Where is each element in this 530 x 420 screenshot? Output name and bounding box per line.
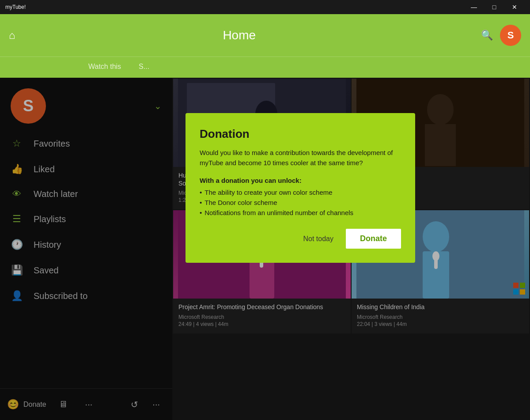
donation-title: Donation bbox=[200, 127, 401, 141]
donation-benefits-title: With a donation you can unlock: bbox=[200, 177, 401, 184]
title-bar: myTube! — □ ✕ bbox=[0, 0, 530, 14]
modal-actions: Not today Donate bbox=[200, 229, 401, 249]
maximize-button[interactable]: □ bbox=[484, 0, 504, 14]
donation-modal: Donation Would you like to make a contri… bbox=[186, 113, 415, 263]
not-today-button[interactable]: Not today bbox=[295, 231, 342, 247]
tab-watch-this[interactable]: Watch this bbox=[88, 63, 121, 72]
app-title: myTube! bbox=[5, 4, 26, 10]
tabs-area: Watch this S... bbox=[0, 57, 530, 78]
window-controls: — □ ✕ bbox=[464, 0, 525, 14]
tab-s[interactable]: S... bbox=[139, 63, 149, 72]
donation-benefit-3: Notifications from an unlimited number o… bbox=[200, 209, 401, 216]
minimize-button[interactable]: — bbox=[464, 0, 484, 14]
header: ⌂ Home 🔍 S bbox=[0, 14, 530, 57]
modal-overlay: Donation Would you like to make a contri… bbox=[0, 78, 530, 420]
donation-benefit-1: The ability to create your own color sch… bbox=[200, 189, 401, 196]
avatar[interactable]: S bbox=[500, 25, 521, 46]
donation-benefit-2: The Donor color scheme bbox=[200, 199, 401, 206]
page-title: Home bbox=[0, 28, 481, 42]
donate-button[interactable]: Donate bbox=[346, 229, 401, 249]
main-layout: S ⌄ ☆ Favorites 👍 Liked 👁 Watch later ☰ … bbox=[0, 78, 530, 420]
search-icon[interactable]: 🔍 bbox=[481, 30, 493, 41]
close-button[interactable]: ✕ bbox=[504, 0, 525, 14]
donation-description: Would you like to make a contribution to… bbox=[200, 148, 401, 168]
